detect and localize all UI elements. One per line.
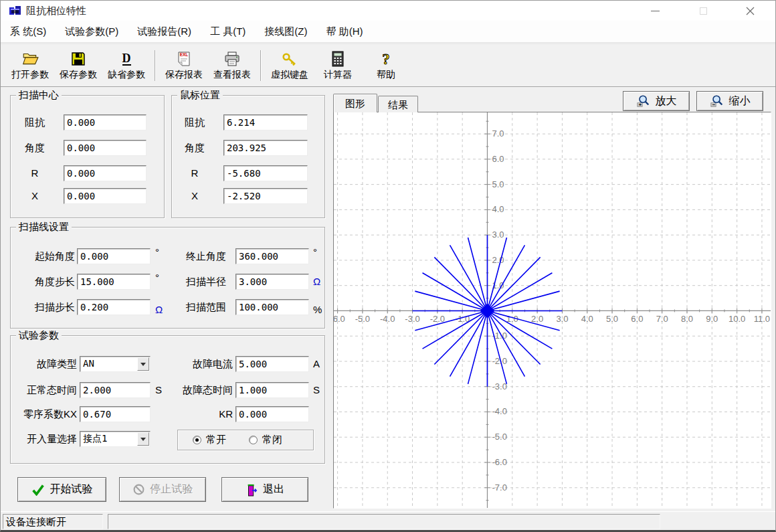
fault-current-input[interactable] [235,356,309,372]
view-report-button[interactable]: 查看报表 [208,46,256,85]
toolbar-separator [155,50,156,81]
scan-step-input[interactable] [77,299,151,315]
scan-center-x-input[interactable] [64,188,147,204]
contact-mode-group: 常开 常闭 [177,430,314,450]
check-icon [31,484,45,496]
impedance-sweep-chart[interactable]: -6.0-5.0-4.0-3.0-2.0-1.01.02.03.04.05.06… [334,112,771,508]
scan-radius-label: 扫描半径 [167,274,226,290]
stop-test-button[interactable]: 停止试验 [119,477,206,502]
zero-seq-kx-input[interactable] [80,406,151,422]
svg-text:-6.0: -6.0 [492,457,506,467]
angle-step-label: 角度步长 [16,274,75,290]
maximize-button[interactable] [688,1,718,21]
exit-button[interactable]: 退出 [221,477,308,502]
scan-range-label: 扫描范围 [167,299,226,315]
r-label: R [17,165,52,181]
save-params-button[interactable]: 保存参数 [54,46,102,85]
key-icon [281,50,298,68]
zoom-out-button[interactable]: − 缩小 [696,91,763,111]
calculator-button[interactable]: 计算器 [314,46,362,85]
kr-input[interactable] [235,406,309,422]
svg-text:5.0: 5.0 [606,314,618,324]
svg-text:3.0: 3.0 [492,230,504,240]
svg-text:-5.0: -5.0 [492,432,506,442]
unit-label: Ω [155,302,163,318]
virtual-keyboard-button[interactable]: 虚拟键盘 [266,46,314,85]
angle-label: 角度 [17,140,52,156]
r-label: R [177,165,212,181]
input-select-label: 开入量选择 [12,431,77,447]
mouse-position-group: 鼠标位置 阻抗 角度 R X [171,95,325,218]
scan-line-settings-group: 扫描线设置 起始角度 ° 终止角度 ° 角度步长 ° 扫描半径 Ω 扫描步长 Ω… [10,227,325,329]
scan-radius-input[interactable] [235,274,309,290]
scan-range-input[interactable] [235,299,309,315]
svg-text:+: + [638,102,641,108]
mouse-impedance-field[interactable] [223,114,308,130]
menu-system[interactable]: 系 统(S) [10,25,46,38]
minimize-button[interactable] [640,1,670,21]
menu-test-report[interactable]: 试验报告(R) [137,25,191,38]
mouse-angle-field[interactable] [223,140,308,156]
help-icon: ? [377,50,395,68]
exit-door-icon [246,483,258,497]
zoom-out-icon: − [710,94,724,108]
menu-help[interactable]: 帮 助(H) [326,25,363,38]
open-params-button[interactable]: 打开参数 [6,46,54,85]
fault-type-select[interactable]: AN [80,356,151,372]
normal-state-time-input[interactable] [80,382,151,398]
svg-text:-3.0: -3.0 [492,381,506,391]
scan-center-impedance-input[interactable] [64,114,147,130]
start-angle-input[interactable] [77,248,151,264]
printer-icon [223,50,241,68]
default-params-icon: D [118,50,135,68]
fault-type-label: 故障类型 [12,356,77,372]
start-angle-label: 起始角度 [16,248,75,264]
menu-tools[interactable]: 工 具(T) [210,25,246,38]
input-select-dropdown[interactable]: 接点1 [80,431,151,447]
mouse-x-field[interactable] [223,188,308,204]
default-params-button[interactable]: D 缺省参数 [102,46,151,85]
scan-center-r-input[interactable] [64,165,147,181]
excel-report-icon: EXL [175,50,193,68]
impedance-label: 阻抗 [177,114,212,130]
open-folder-icon [21,50,39,68]
end-angle-input[interactable] [235,248,309,264]
zoom-in-button[interactable]: + 放大 [623,91,690,111]
radio-normally-closed[interactable]: 常闭 [249,434,282,446]
help-button[interactable]: ? 帮助 [362,46,410,85]
group-title: 扫描线设置 [16,221,72,234]
unit-label: A [313,356,320,372]
fault-state-time-input[interactable] [235,382,309,398]
chevron-down-icon[interactable] [137,432,149,446]
group-title: 扫描中心 [16,89,62,102]
chevron-down-icon[interactable] [137,357,149,371]
start-test-button[interactable]: 开始试验 [17,477,106,502]
toolbar-separator [260,50,262,81]
end-angle-label: 终止角度 [167,248,226,264]
unit-label: % [313,302,322,318]
close-button[interactable] [735,1,765,21]
unit-label: ° [155,270,159,286]
tab-graph[interactable]: 图形 [333,94,377,112]
menu-test-params[interactable]: 试验参数(P) [65,25,118,38]
angle-step-input[interactable] [77,274,151,290]
menu-wiring-diagram[interactable]: 接线图(Z) [264,25,307,38]
fault-current-label: 故障电流 [167,356,233,372]
chart-panel: -6.0-5.0-4.0-3.0-2.0-1.01.02.03.04.05.06… [333,112,771,509]
svg-text:EXL: EXL [180,52,189,57]
scan-center-angle-input[interactable] [64,140,147,156]
normal-state-time-label: 正常态时间 [12,382,77,398]
save-report-button[interactable]: EXL 保存报表 [160,46,208,85]
svg-text:7.0: 7.0 [492,128,504,139]
mouse-r-field[interactable] [223,165,308,181]
menu-bar: 系 统(S) 试验参数(P) 试验报告(R) 工 具(T) 接线图(Z) 帮 助… [1,21,775,43]
scan-step-label: 扫描步长 [16,299,75,315]
radio-normally-open[interactable]: 常开 [193,434,226,446]
svg-text:-4.0: -4.0 [492,406,506,416]
svg-text:?: ? [382,51,390,68]
status-message [108,514,660,529]
svg-text:8.0: 8.0 [681,314,693,324]
close-icon [746,7,755,15]
radio-selected-icon [193,436,201,444]
tab-result[interactable]: 结果 [378,96,418,112]
